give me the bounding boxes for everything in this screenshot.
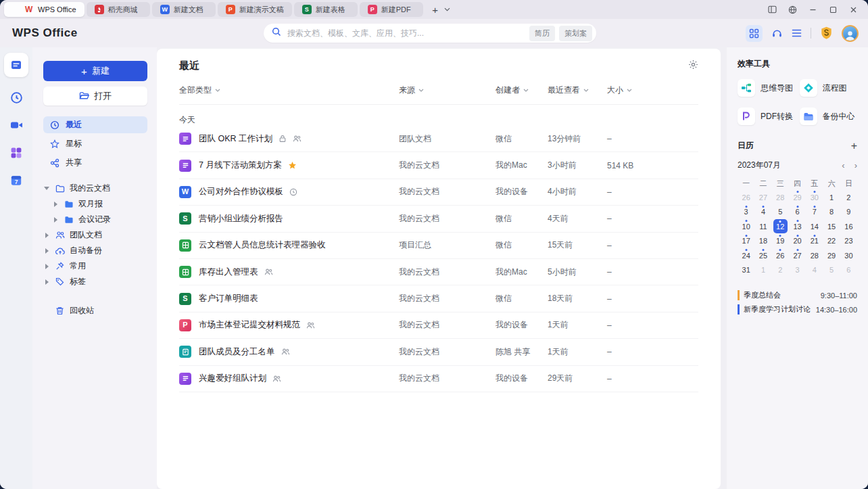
calendar-day[interactable]: 1 xyxy=(823,190,840,205)
calendar-day[interactable]: 1 xyxy=(754,263,771,278)
caret-right-icon[interactable] xyxy=(52,202,59,207)
calendar-day[interactable]: 2 xyxy=(772,263,789,278)
calendar-day[interactable]: 28 xyxy=(806,248,823,263)
user-avatar[interactable] xyxy=(842,25,859,42)
calendar-day[interactable]: 2 xyxy=(840,190,857,205)
file-row[interactable]: S营销小组业绩分析报告我的云文档微信4天前– xyxy=(179,206,698,232)
caret-right-icon[interactable] xyxy=(52,217,59,223)
rail-meeting-icon[interactable] xyxy=(9,118,24,133)
calendar-day[interactable]: 24 xyxy=(738,248,754,263)
calendar-next-icon[interactable]: › xyxy=(854,160,857,170)
tree-item-tags[interactable]: 标签 xyxy=(43,274,147,289)
calendar-day[interactable]: 9 xyxy=(840,205,857,220)
filter-size[interactable]: 大小 xyxy=(607,85,698,96)
tree-item-auto-backup[interactable]: 自动备份 xyxy=(43,243,147,258)
tool-pdf-convert[interactable]: PDF转换 xyxy=(738,108,796,125)
rail-apps-icon[interactable] xyxy=(9,145,24,160)
search-input[interactable] xyxy=(286,28,525,39)
list-settings-gear-icon[interactable] xyxy=(688,60,698,72)
calendar-day[interactable]: 27 xyxy=(754,190,771,205)
calendar-day[interactable]: 17 xyxy=(738,234,754,249)
sidebar-item-starred[interactable]: 星标 xyxy=(43,135,147,152)
calendar-day[interactable]: 3 xyxy=(789,263,806,278)
calendar-day[interactable]: 20 xyxy=(789,234,806,249)
calendar-day[interactable]: 30 xyxy=(806,190,823,205)
tree-item-frequent[interactable]: 常用 xyxy=(43,258,147,274)
tree-item-my-cloud-docs[interactable]: 我的云文档 xyxy=(43,181,147,196)
file-row[interactable]: 云文档管人员信息统计表理器验收项目汇总微信15天前– xyxy=(179,233,698,259)
calendar-day[interactable]: 6 xyxy=(840,263,857,278)
file-row[interactable]: 7 月线下活动策划方案我的云文档我的Mac3小时前514 KB xyxy=(179,152,698,179)
calendar-day-selected[interactable]: 12 xyxy=(772,219,789,234)
file-name[interactable]: 客户订单明细表 xyxy=(199,293,258,304)
calendar-day[interactable]: 7 xyxy=(806,205,823,220)
file-name[interactable]: 团队 OKR 工作计划 xyxy=(199,133,272,145)
open-button[interactable]: 打开 xyxy=(43,87,147,106)
apps-grid-icon[interactable] xyxy=(746,25,763,42)
calendar-day[interactable]: 25 xyxy=(754,248,771,263)
filter-all-types[interactable]: 全部类型 xyxy=(179,85,220,96)
search-tag-resume[interactable]: 简历 xyxy=(529,26,555,41)
calendar-day[interactable]: 29 xyxy=(823,248,840,263)
filter-creator[interactable]: 创建者 xyxy=(496,85,548,96)
tab-new-spreadsheet[interactable]: S 新建表格 xyxy=(294,2,358,17)
sidebar-item-shared[interactable]: 共享 xyxy=(43,154,147,171)
tool-flowchart[interactable]: 流程图 xyxy=(800,79,858,97)
tool-mindmap[interactable]: 思维导图 xyxy=(738,79,796,97)
tab-wps-office[interactable]: W WPS Office xyxy=(4,2,85,17)
calendar-day[interactable]: 16 xyxy=(840,219,857,234)
sidebar-item-trash[interactable]: 回收站 xyxy=(43,303,147,319)
calendar-day[interactable]: 5 xyxy=(772,205,789,220)
tree-item-bimonthly-report[interactable]: 双月报 xyxy=(43,196,147,212)
tool-backup-center[interactable]: 备份中心 xyxy=(800,108,858,125)
calendar-day[interactable]: 10 xyxy=(738,219,754,234)
calendar-day[interactable]: 27 xyxy=(789,248,806,263)
calendar-day[interactable]: 21 xyxy=(806,234,823,249)
split-view-icon[interactable] xyxy=(764,2,780,17)
search-tag-proposal[interactable]: 策划案 xyxy=(559,26,592,41)
new-button[interactable]: + 新建 xyxy=(43,61,147,81)
calendar-day[interactable]: 19 xyxy=(772,234,789,249)
calendar-day[interactable]: 18 xyxy=(754,234,771,249)
tab-new-pdf[interactable]: P 新建PDF xyxy=(360,2,423,17)
minimize-button[interactable] xyxy=(804,2,821,17)
calendar-day[interactable]: 14 xyxy=(806,219,823,234)
calendar-day[interactable]: 26 xyxy=(772,248,789,263)
sidebar-item-recent[interactable]: 最近 xyxy=(43,116,147,133)
file-name[interactable]: 兴趣爱好组队计划 xyxy=(199,373,266,384)
calendar-prev-icon[interactable]: ‹ xyxy=(842,160,844,170)
caret-right-icon[interactable] xyxy=(43,279,50,285)
close-button[interactable] xyxy=(845,2,861,17)
file-row[interactable]: 兴趣爱好组队计划我的云文档我的设备29天前– xyxy=(179,366,698,392)
tree-item-meeting-notes[interactable]: 会议记录 xyxy=(43,212,147,227)
member-shield-icon[interactable] xyxy=(820,26,833,40)
maximize-button[interactable] xyxy=(825,2,841,17)
caret-down-icon[interactable] xyxy=(43,187,50,190)
main-menu-icon[interactable] xyxy=(792,29,802,37)
file-row[interactable]: 团队成员及分工名单我的云文档陈旭 共享1天前– xyxy=(179,339,698,365)
file-row[interactable]: S客户订单明细表我的云文档微信18天前– xyxy=(179,285,698,312)
calendar-day[interactable]: 29 xyxy=(789,190,806,205)
calendar-day[interactable]: 4 xyxy=(754,205,771,220)
new-tab-button[interactable]: + xyxy=(428,2,443,17)
tab-new-presentation[interactable]: P 新建演示文稿 xyxy=(218,2,292,17)
globe-icon[interactable] xyxy=(784,2,800,17)
file-name[interactable]: 市场主体登记提交材料规范 xyxy=(199,319,300,331)
file-name[interactable]: 营销小组业绩分析报告 xyxy=(199,213,283,225)
calendar-day[interactable]: 13 xyxy=(789,219,806,234)
file-name[interactable]: 7 月线下活动策划方案 xyxy=(199,160,282,171)
calendar-day[interactable]: 23 xyxy=(840,234,857,249)
support-headset-icon[interactable] xyxy=(771,28,783,39)
caret-right-icon[interactable] xyxy=(43,233,50,238)
calendar-event[interactable]: 新季度学习计划讨论 14:30–16:00 xyxy=(738,302,857,317)
tree-item-team-docs[interactable]: 团队文档 xyxy=(43,227,147,243)
rail-clock-icon[interactable] xyxy=(9,90,24,105)
file-row[interactable]: W公司对外合作协议模板我的云文档我的设备4小时前– xyxy=(179,179,698,206)
calendar-day[interactable]: 5 xyxy=(823,263,840,278)
filter-source[interactable]: 来源 xyxy=(399,85,496,96)
calendar-day[interactable]: 6 xyxy=(789,205,806,220)
filter-recently-viewed[interactable]: 最近查看 xyxy=(548,85,607,96)
calendar-day[interactable]: 4 xyxy=(806,263,823,278)
file-row[interactable]: 库存出入管理表我的云文档我的Mac5小时前– xyxy=(179,259,698,285)
tab-new-document[interactable]: W 新建文档 xyxy=(152,2,216,17)
